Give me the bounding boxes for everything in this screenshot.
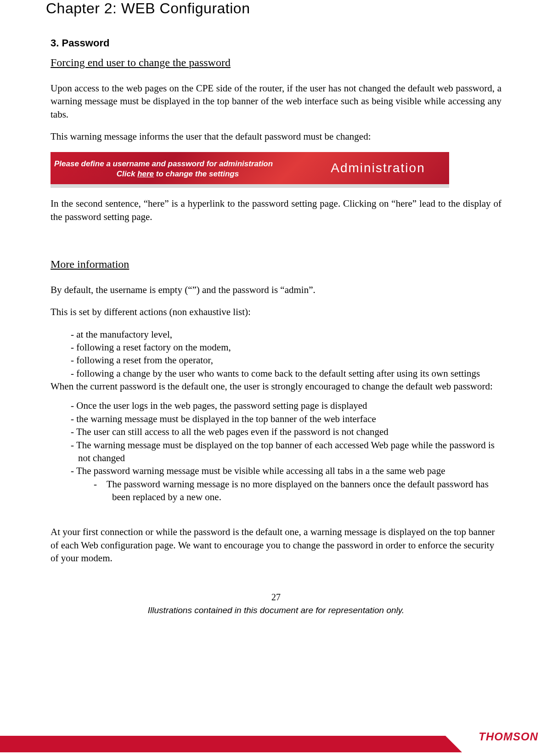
footer-red-bar xyxy=(0,736,445,752)
list-item-text: The password warning message must be vis… xyxy=(76,465,445,476)
banner-title: Administration xyxy=(307,152,449,184)
list-item: The user can still access to all the web… xyxy=(71,425,501,438)
list-actions: at the manufactory level, following a re… xyxy=(71,328,501,380)
list-item: at the manufactory level, xyxy=(71,328,501,341)
list-item: following a change by the user who wants… xyxy=(71,367,501,380)
list-item: Once the user logs in the web pages, the… xyxy=(71,399,501,412)
list-item: the warning message must be displayed in… xyxy=(71,412,501,425)
banner-line1: Please define a username and password fo… xyxy=(54,159,301,169)
list-item: The password warning message must be vis… xyxy=(71,464,501,503)
section-title: 3. Password xyxy=(51,37,506,49)
paragraph: In the second sentence, “here” is a hype… xyxy=(51,197,501,223)
thomson-logo: THOMSON xyxy=(479,730,538,743)
banner-here-link[interactable]: here xyxy=(137,169,154,178)
list-item: following a reset from the operator, xyxy=(71,354,501,367)
warning-banner: Please define a username and password fo… xyxy=(51,152,449,188)
sub-list: The password warning message is no more … xyxy=(94,478,501,504)
banner-line2: Click here to change the settings xyxy=(54,169,301,179)
illustration-caption: Illustrations contained in this document… xyxy=(46,605,506,615)
page-content: Chapter 2: WEB Configuration 3. Password… xyxy=(0,0,552,698)
banner-line2-pre: Click xyxy=(117,169,137,178)
sub-list-item: The password warning message is no more … xyxy=(94,478,501,504)
paragraph: Upon access to the web pages on the CPE … xyxy=(51,82,501,121)
paragraph: This is set by different actions (non ex… xyxy=(51,305,501,318)
list-item: following a reset factory on the modem, xyxy=(71,341,501,354)
warning-banner-screenshot: Please define a username and password fo… xyxy=(51,152,501,188)
subheading-more-info: More information xyxy=(51,258,506,271)
paragraph: When the current password is the default… xyxy=(51,380,501,393)
page-number: 27 xyxy=(46,592,506,603)
list-item: The warning message must be displayed on… xyxy=(71,439,501,465)
banner-message: Please define a username and password fo… xyxy=(51,152,307,184)
list-behaviors: Once the user logs in the web pages, the… xyxy=(71,399,501,503)
paragraph: By default, the username is empty (“”) a… xyxy=(51,283,501,296)
page-footer: THOMSON xyxy=(0,717,552,752)
subheading-forcing: Forcing end user to change the password xyxy=(51,56,506,69)
paragraph: This warning message informs the user th… xyxy=(51,130,501,143)
chapter-title: Chapter 2: WEB Configuration xyxy=(46,0,506,17)
paragraph: At your first connection or while the pa… xyxy=(51,525,501,564)
banner-line2-post: to change the settings xyxy=(154,169,239,178)
